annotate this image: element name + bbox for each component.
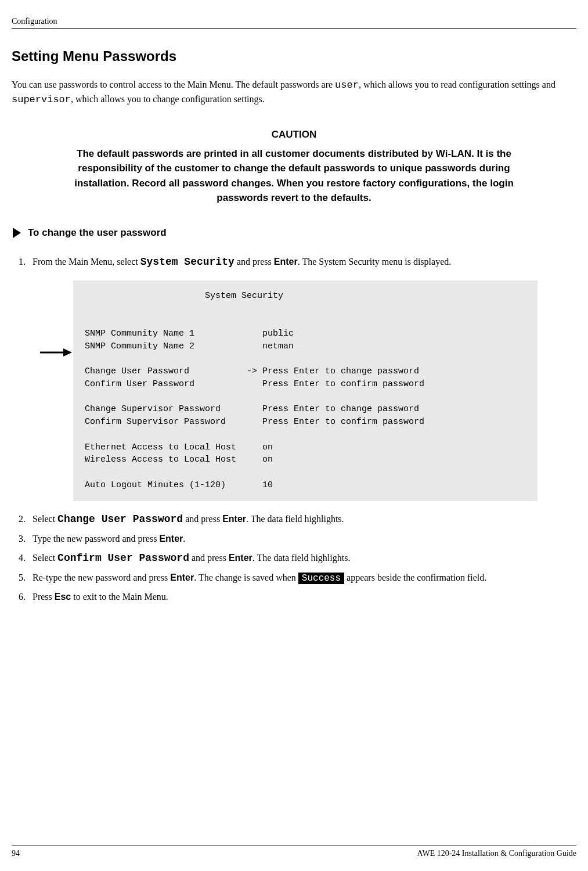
caution-block: CAUTION The default passwords are printe… (68, 128, 521, 206)
step-6: Press Esc to exit to the Main Menu. (28, 590, 576, 604)
procedure-list: From the Main Menu, select System Securi… (12, 254, 576, 604)
page-header: Configuration (12, 15, 576, 29)
enter-key: Enter (159, 534, 183, 544)
page-title: Setting Menu Passwords (12, 46, 576, 66)
procedure-heading-text: To change the user password (28, 226, 167, 240)
procedure-heading: To change the user password (12, 226, 576, 240)
step-2: Select Change User Password and press En… (28, 512, 576, 527)
svg-marker-2 (63, 348, 72, 357)
intro-text-2: , which allows you to read configuration… (359, 80, 555, 89)
caution-text: The default passwords are printed in all… (68, 146, 521, 206)
arrow-pointer-icon (40, 348, 72, 357)
esc-key: Esc (55, 592, 71, 602)
step-4-code: Confirm User Password (57, 552, 189, 564)
step-3: Type the new password and press Enter. (28, 532, 576, 546)
enter-key: Enter (274, 257, 298, 267)
success-badge: Success (298, 573, 344, 584)
step-1: From the Main Menu, select System Securi… (28, 254, 576, 501)
intro-text-1: You can use passwords to control access … (12, 80, 335, 89)
step-5: Re-type the new password and press Enter… (28, 571, 576, 585)
caution-title: CAUTION (68, 128, 521, 142)
header-section-title: Configuration (12, 17, 57, 26)
terminal-container: System Security SNMP Community Name 1 pu… (73, 280, 576, 501)
enter-key: Enter (170, 573, 194, 582)
intro-code-supervisor: supervisor (12, 94, 71, 105)
step-1-code: System Security (140, 256, 235, 268)
step-2-code: Change User Password (57, 513, 183, 525)
step-4: Select Confirm User Password and press E… (28, 550, 576, 566)
svg-marker-0 (13, 228, 21, 238)
arrow-right-icon (12, 226, 22, 239)
enter-key: Enter (229, 553, 252, 563)
intro-paragraph: You can use passwords to control access … (12, 78, 576, 107)
intro-code-user: user (335, 80, 359, 91)
system-security-terminal: System Security SNMP Community Name 1 pu… (73, 280, 538, 501)
intro-text-3: , which allows you to change configurati… (71, 94, 265, 104)
enter-key: Enter (222, 514, 246, 524)
